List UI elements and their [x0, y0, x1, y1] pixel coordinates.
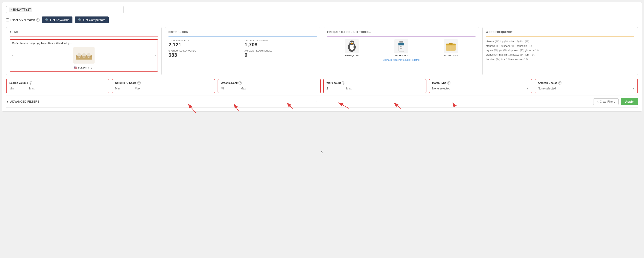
match-type-select[interactable]: None selected ▼: [432, 86, 529, 91]
advanced-expand-icon[interactable]: ›: [316, 100, 317, 104]
word-microwave: microwave (13): [510, 58, 528, 61]
amazon-choice-dropdown-icon: ▼: [632, 87, 634, 90]
match-type-filter: Match Type ? None selected ▼: [429, 79, 532, 93]
asin-tag-input[interactable]: ✕ B082MTTY2T: [6, 6, 124, 13]
match-type-selected-value: None selected: [432, 87, 450, 90]
fbt-asin-3: B07SK9TMWY: [444, 54, 458, 57]
advanced-filters-button[interactable]: ▼ ADVANCED FILTERS: [6, 100, 40, 103]
word-count-info-icon[interactable]: ?: [342, 81, 345, 85]
exact-asin-checkbox-label[interactable]: Exact ASIN match ?: [6, 18, 40, 22]
word-freq-card-title: WORD FREQUENCY: [486, 31, 634, 34]
filters-row: Search Volume ? — Cerebro IQ Score ? —: [6, 79, 638, 93]
word-dish: dish (18): [520, 40, 529, 43]
search-volume-filter: Search Volume ? —: [6, 79, 109, 93]
cerebro-iq-inputs: —: [115, 86, 212, 91]
amazon-recommended-value: 0: [244, 52, 317, 58]
cerebro-iq-filter: Cerebro IQ Score ? —: [112, 79, 215, 93]
organic-keywords-value: 1,708: [244, 42, 317, 48]
fbt-card-title: FREQUENTLY BOUGHT TOGET...: [327, 31, 476, 34]
advanced-filters-label: ADVANCED FILTERS: [10, 100, 39, 103]
search-icon-2: 🔍: [78, 18, 82, 22]
match-type-dropdown-icon: ▼: [527, 87, 529, 90]
word-stands: stands (15): [486, 53, 499, 56]
word-wire: wire (18): [509, 40, 520, 43]
action-buttons: ✕ Clear Filters Apply: [593, 98, 638, 105]
get-competitors-button[interactable]: 🔍 Get Competitors: [75, 17, 109, 23]
distribution-card: DISTRIBUTION TOTAL KEYWORDS 2,121 ORGANI…: [165, 27, 320, 75]
word-freq-content: cheese (16) top (18) wire (18) dish (18)…: [486, 39, 634, 61]
controls-row: Exact ASIN match ? 🔍 Get Keywords 🔍 Get …: [6, 17, 638, 23]
distribution-card-title: DISTRIBUTION: [168, 31, 317, 34]
word-count-filter: Word count ? —: [323, 79, 426, 93]
word-reusable: reusable (16): [517, 45, 532, 47]
organic-rank-max[interactable]: [240, 86, 255, 91]
get-keywords-button[interactable]: 🔍 Get Keywords: [42, 17, 73, 23]
svg-rect-18: [398, 43, 404, 46]
svg-point-13: [351, 43, 352, 44]
prev-arrow-icon[interactable]: ‹: [12, 53, 13, 58]
fbt-products: B06Y5Q5XRB NO SALT B07RB2L6KF: [327, 39, 476, 57]
sponsored-keywords-label: SPONSORED KEYWORDS: [168, 50, 241, 52]
word-farm: farm (14): [525, 53, 535, 56]
word-count-max[interactable]: [346, 86, 360, 91]
fbt-product-3: B07SK9TMWY: [444, 39, 458, 57]
fbt-view-all-link[interactable]: View all Frequently Bought Together: [327, 59, 476, 61]
fbt-product-3-image: [444, 39, 458, 54]
next-arrow-icon[interactable]: ›: [154, 53, 156, 58]
bottom-row: ▼ ADVANCED FILTERS › ✕ Clear Filters App…: [6, 96, 638, 108]
search-volume-dash: —: [25, 87, 28, 90]
search-volume-min[interactable]: [10, 86, 24, 91]
filter-icon: ▼: [6, 100, 9, 103]
cerebro-iq-dash: —: [130, 87, 133, 90]
word-count-min[interactable]: [326, 86, 340, 91]
amazon-recommended-item: AMAZON RECOMMENDED 0: [244, 50, 317, 58]
word-lids: lids (13): [501, 58, 510, 61]
egg-tray-svg: [74, 50, 94, 61]
product-asin: 🇺🇸 B082MTTY2T: [12, 66, 156, 69]
product-flag: 🇺🇸: [74, 66, 77, 69]
svg-point-14: [348, 45, 350, 49]
organic-rank-info-icon[interactable]: ?: [238, 81, 242, 85]
cerebro-iq-info-icon[interactable]: ?: [137, 81, 141, 85]
asin-tag-value: B082MTTY2T: [13, 8, 31, 11]
word-count-label: Word count ?: [326, 81, 423, 85]
cerebro-iq-label: Cerebro IQ Score ?: [115, 81, 212, 85]
total-keywords-value: 2,121: [168, 42, 241, 48]
word-dispenser: dispenser (15): [508, 49, 525, 52]
amazon-choice-filter: Amazon Choice ? None selected ▼: [535, 79, 638, 93]
amazon-recommended-label: AMAZON RECOMMENDED: [244, 50, 317, 52]
exact-asin-checkbox[interactable]: [6, 18, 9, 22]
organic-keywords-label: ORGANIC KEYWORDS: [244, 39, 317, 42]
cards-row: ASINS Gui's Chicken Coop Egg Tray - Rust…: [6, 27, 638, 75]
svg-point-15: [354, 45, 356, 49]
word-keeper: keeper (17): [504, 45, 517, 47]
amazon-choice-info-icon[interactable]: ?: [558, 81, 562, 85]
distribution-grid: TOTAL KEYWORDS 2,121 ORGANIC KEYWORDS 1,…: [168, 39, 317, 58]
fbt-product-1-image: [345, 39, 359, 54]
word-count-dash: —: [342, 87, 345, 90]
amazon-choice-select[interactable]: None selected ▼: [538, 86, 634, 91]
product-title: Gui's Chicken Coop Egg Tray - Rustic Woo…: [12, 42, 156, 45]
fbt-asin-1: B06Y5Q5XRB: [345, 54, 359, 57]
svg-rect-16: [400, 41, 403, 43]
product-asin-value: B082MTTY2T: [78, 66, 94, 69]
apply-button[interactable]: Apply: [621, 98, 638, 105]
fbt-product-2-image: NO SALT: [394, 39, 408, 54]
exact-asin-info-icon[interactable]: ?: [36, 18, 40, 22]
search-volume-info-icon[interactable]: ?: [29, 81, 32, 85]
organic-keywords-item: ORGANIC KEYWORDS 1,708: [244, 39, 317, 48]
clear-filters-button[interactable]: ✕ Clear Filters: [593, 98, 618, 105]
cerebro-iq-min[interactable]: [115, 86, 129, 91]
match-type-info-icon[interactable]: ?: [447, 81, 450, 85]
organic-rank-min[interactable]: [221, 86, 235, 91]
fbt-asin-2: B07RB2L6KF: [395, 54, 408, 57]
sponsored-keywords-item: SPONSORED KEYWORDS 633: [168, 50, 241, 58]
search-volume-max[interactable]: [29, 86, 43, 91]
organic-rank-dash: —: [236, 87, 239, 90]
search-volume-label: Search Volume ?: [10, 81, 106, 85]
cerebro-iq-max[interactable]: [135, 86, 149, 91]
word-cheese: cheese (16): [486, 40, 500, 43]
asin-tag-close-icon[interactable]: ✕: [10, 8, 12, 11]
svg-point-11: [351, 42, 351, 43]
word-pie: pie (16): [499, 49, 508, 52]
